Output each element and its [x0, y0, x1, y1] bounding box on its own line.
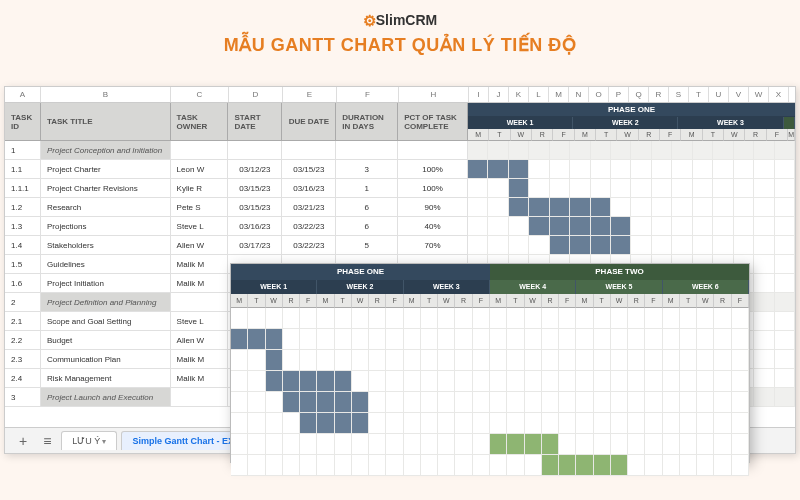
col-letter[interactable]: A	[5, 87, 41, 102]
cell[interactable]	[171, 388, 229, 406]
table-row[interactable]: 1.4StakeholdersAllen W03/17/2303/22/2357…	[5, 236, 795, 255]
cell[interactable]: 1.1	[5, 160, 41, 178]
cell[interactable]: Malik M	[171, 369, 229, 387]
cell[interactable]: 90%	[398, 198, 468, 216]
col-letter[interactable]: V	[729, 87, 749, 102]
cell[interactable]: 03/22/23	[282, 217, 336, 235]
col-letter[interactable]: F	[337, 87, 399, 102]
cell[interactable]: Steve L	[171, 312, 229, 330]
cell[interactable]: 1.4	[5, 236, 41, 254]
cell[interactable]	[171, 141, 229, 159]
col-letter[interactable]: I	[469, 87, 489, 102]
cell[interactable]: Malik M	[171, 274, 229, 292]
cell[interactable]: 1.6	[5, 274, 41, 292]
cell[interactable]: Project Charter	[41, 160, 171, 178]
table-row[interactable]: 1.2ResearchPete S03/15/2303/21/23690%	[5, 198, 795, 217]
cell[interactable]: 03/22/23	[282, 236, 336, 254]
cell[interactable]: Research	[41, 198, 171, 216]
cell[interactable]	[336, 141, 398, 159]
cell[interactable]	[228, 141, 282, 159]
cell[interactable]: 40%	[398, 217, 468, 235]
hdr-pct[interactable]: PCT OF TASK COMPLETE	[398, 103, 468, 141]
cell[interactable]: Steve L	[171, 217, 229, 235]
hdr-due-date[interactable]: DUE DATE	[282, 103, 336, 141]
cell[interactable]: Project Charter Revisions	[41, 179, 171, 197]
cell[interactable]: Allen W	[171, 236, 229, 254]
cell[interactable]: 03/21/23	[282, 198, 336, 216]
col-letter[interactable]: P	[609, 87, 629, 102]
cell[interactable]: Risk Management	[41, 369, 171, 387]
cell[interactable]: 2.2	[5, 331, 41, 349]
cell[interactable]: 1.1.1	[5, 179, 41, 197]
col-letter[interactable]: X	[769, 87, 789, 102]
cell[interactable]: Leon W	[171, 160, 229, 178]
col-letter[interactable]: M	[549, 87, 569, 102]
col-letter[interactable]: C	[171, 87, 229, 102]
cell[interactable]: Project Initiation	[41, 274, 171, 292]
add-sheet-button[interactable]: +	[13, 433, 33, 449]
cell[interactable]: Projections	[41, 217, 171, 235]
cell[interactable]: 03/16/23	[282, 179, 336, 197]
hdr-task-owner[interactable]: TASK OWNER	[171, 103, 229, 141]
cell[interactable]: Pete S	[171, 198, 229, 216]
cell[interactable]: Project Definition and Planning	[41, 293, 171, 311]
cell[interactable]: Malik M	[171, 255, 229, 273]
cell[interactable]: Allen W	[171, 331, 229, 349]
hdr-start-date[interactable]: START DATE	[228, 103, 282, 141]
col-letter[interactable]: U	[709, 87, 729, 102]
cell[interactable]: 1.5	[5, 255, 41, 273]
cell[interactable]: 03/15/23	[228, 179, 282, 197]
cell[interactable]: 6	[336, 198, 398, 216]
col-letter[interactable]: Q	[629, 87, 649, 102]
col-letter[interactable]: L	[529, 87, 549, 102]
table-row[interactable]: 1.3ProjectionsSteve L03/16/2303/22/23640…	[5, 217, 795, 236]
col-letter[interactable]: R	[649, 87, 669, 102]
col-letter[interactable]: B	[41, 87, 171, 102]
cell[interactable]: Kylie R	[171, 179, 229, 197]
col-letter[interactable]: W	[749, 87, 769, 102]
col-letter[interactable]: J	[489, 87, 509, 102]
tab-luu-y[interactable]: LƯU Ý▾	[61, 431, 117, 450]
table-row[interactable]: 1.1.1Project Charter RevisionsKylie R03/…	[5, 179, 795, 198]
cell[interactable]: Project Conception and Initiation	[41, 141, 171, 159]
cell[interactable]: 2	[5, 293, 41, 311]
cell[interactable]: 3	[5, 388, 41, 406]
cell[interactable]: Project Launch and Execution	[41, 388, 171, 406]
table-row[interactable]: 1Project Conception and Initiation	[5, 141, 795, 160]
col-letter[interactable]: T	[689, 87, 709, 102]
hdr-task-id[interactable]: TASK ID	[5, 103, 41, 141]
cell[interactable]: 5	[336, 236, 398, 254]
col-letter[interactable]: K	[509, 87, 529, 102]
cell[interactable]: Budget	[41, 331, 171, 349]
cell[interactable]: 2.1	[5, 312, 41, 330]
cell[interactable]: 100%	[398, 179, 468, 197]
cell[interactable]: 2.4	[5, 369, 41, 387]
col-letter[interactable]: S	[669, 87, 689, 102]
hdr-task-title[interactable]: TASK TITLE	[41, 103, 171, 141]
cell[interactable]: 6	[336, 217, 398, 235]
cell[interactable]: 03/15/23	[228, 198, 282, 216]
cell[interactable]: 1	[336, 179, 398, 197]
cell[interactable]: 100%	[398, 160, 468, 178]
spreadsheet-overlay[interactable]: PHASE ONE PHASE TWO WEEK 1 WEEK 2 WEEK 3…	[230, 263, 750, 463]
cell[interactable]: 1.2	[5, 198, 41, 216]
table-row[interactable]: 1.1Project CharterLeon W03/12/2303/15/23…	[5, 160, 795, 179]
hdr-duration[interactable]: DURATION IN DAYS	[336, 103, 398, 141]
col-letter[interactable]: N	[569, 87, 589, 102]
col-letter[interactable]: E	[283, 87, 337, 102]
cell[interactable]: 03/17/23	[228, 236, 282, 254]
cell[interactable]: 03/16/23	[228, 217, 282, 235]
col-letter[interactable]: D	[229, 87, 283, 102]
cell[interactable]	[171, 293, 229, 311]
cell[interactable]	[282, 141, 336, 159]
cell[interactable]: Scope and Goal Setting	[41, 312, 171, 330]
cell[interactable]: Guidelines	[41, 255, 171, 273]
cell[interactable]: Malik M	[171, 350, 229, 368]
cell[interactable]: 70%	[398, 236, 468, 254]
cell[interactable]	[398, 141, 468, 159]
cell[interactable]: 03/15/23	[282, 160, 336, 178]
cell[interactable]: 1	[5, 141, 41, 159]
cell[interactable]: 03/12/23	[228, 160, 282, 178]
col-letter[interactable]: H	[399, 87, 469, 102]
cell[interactable]: 3	[336, 160, 398, 178]
